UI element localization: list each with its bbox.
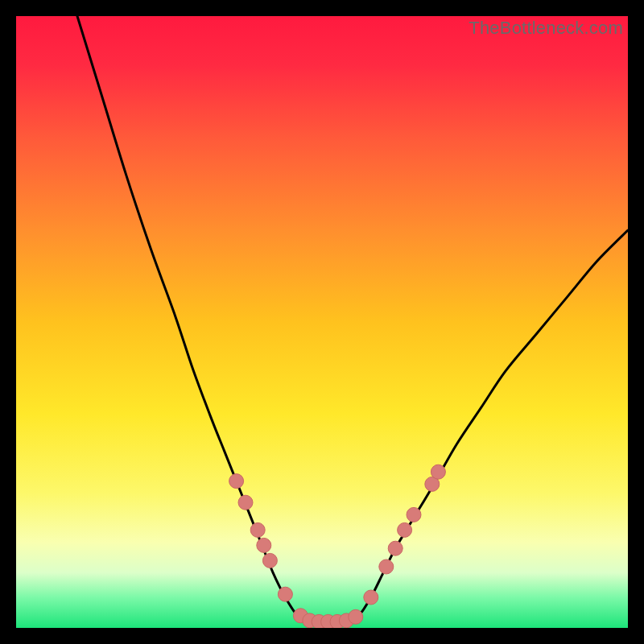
data-marker (388, 541, 402, 555)
gradient-background (16, 16, 628, 628)
data-marker (262, 553, 277, 568)
chart-frame: TheBottleneck.com (16, 16, 628, 628)
data-marker (431, 464, 445, 479)
data-marker (238, 495, 253, 510)
data-marker (257, 538, 271, 552)
data-marker (407, 507, 421, 522)
data-marker (398, 522, 412, 537)
data-marker (364, 590, 378, 605)
data-marker (229, 474, 244, 489)
data-marker (250, 522, 265, 537)
data-marker (349, 609, 363, 624)
data-marker (278, 587, 292, 601)
data-marker (379, 559, 394, 574)
watermark-text: TheBottleneck.com (469, 18, 623, 39)
chart-svg (16, 16, 628, 628)
